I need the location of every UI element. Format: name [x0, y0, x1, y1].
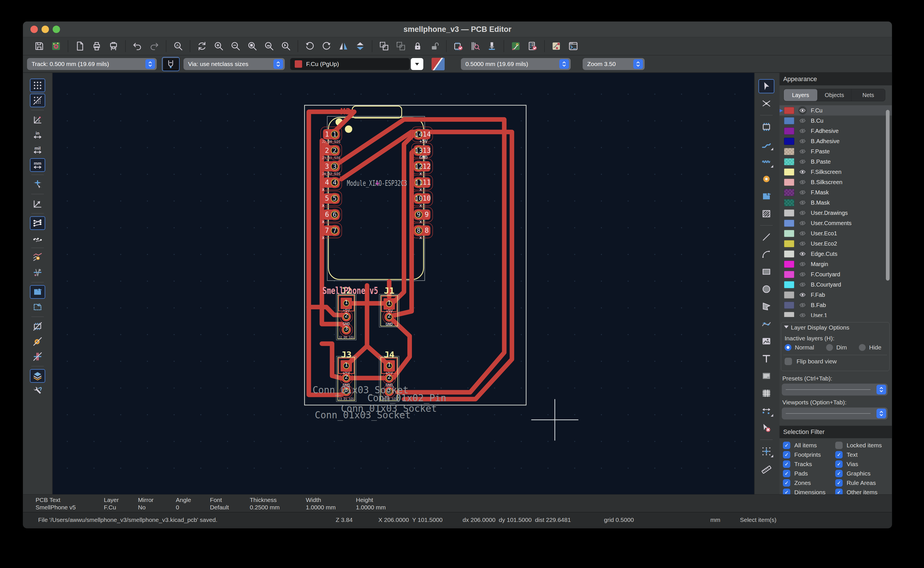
layer-row[interactable]: User.1 [779, 310, 892, 317]
checkbox-checked[interactable]: ✓ [835, 461, 843, 468]
checkbox-checked[interactable]: ✓ [783, 470, 790, 477]
layer-color-swatch[interactable] [784, 168, 794, 175]
inactive-footprints-icon[interactable] [30, 320, 45, 333]
zoom-out-icon[interactable] [228, 39, 243, 53]
hide-ratsnest-net-icon[interactable] [30, 266, 45, 279]
track-posture-button[interactable] [163, 57, 179, 71]
layer-color-swatch[interactable] [784, 312, 794, 317]
rotate-cw-icon[interactable] [319, 39, 334, 53]
layer-color-swatch[interactable] [784, 302, 794, 309]
via-size-select[interactable]: Via: use netclass sizes [184, 58, 285, 70]
layer-row[interactable]: F.Mask [779, 187, 892, 198]
filter-footprints[interactable]: ✓Footprints [783, 451, 835, 458]
eye-hidden-icon[interactable] [798, 260, 807, 268]
tab-nets[interactable]: Nets [852, 89, 885, 101]
rotate-ccw-icon[interactable] [302, 39, 318, 53]
tab-layers[interactable]: Layers [784, 89, 818, 101]
layer-color-swatch[interactable] [784, 127, 794, 134]
draw-arc-icon[interactable] [758, 247, 774, 261]
fabrication-3d-icon[interactable] [484, 39, 500, 53]
layer-row[interactable]: F.Fab [779, 290, 892, 300]
inactive-pads-icon[interactable] [30, 335, 45, 348]
undo-icon[interactable] [130, 39, 145, 53]
eye-visible-icon[interactable] [798, 290, 807, 299]
layer-row[interactable]: F.Silkscreen [779, 167, 892, 177]
layer-color-swatch[interactable] [784, 189, 794, 196]
eye-hidden-icon[interactable] [798, 301, 807, 309]
layer-row[interactable]: B.Adhesive [779, 136, 892, 146]
eye-hidden-icon[interactable] [798, 137, 807, 145]
units-mm-icon[interactable]: mm [30, 158, 45, 172]
layer-color-swatch[interactable] [784, 220, 794, 227]
zoom-fit-objects-icon[interactable] [261, 39, 277, 53]
layer-color-swatch[interactable] [784, 117, 794, 124]
eye-hidden-icon[interactable] [798, 219, 807, 227]
eye-hidden-icon[interactable] [798, 198, 807, 207]
pcb-canvas[interactable]: M3 11J2_D0_ [53, 73, 754, 494]
eye-hidden-icon[interactable] [798, 311, 807, 317]
eye-hidden-icon[interactable] [798, 208, 807, 217]
zoom-in-icon[interactable] [211, 39, 226, 53]
print-icon[interactable] [89, 39, 104, 53]
layer-row[interactable]: User.Eco1 [779, 228, 892, 239]
place-textbox-icon[interactable] [758, 369, 774, 383]
layer-color-swatch[interactable] [784, 251, 794, 258]
checkbox-checked[interactable]: ✓ [783, 451, 790, 458]
units-inches-icon[interactable]: in [30, 128, 45, 142]
draw-circle-icon[interactable] [758, 282, 774, 296]
plot-icon[interactable] [106, 39, 121, 53]
layer-color-swatch[interactable] [784, 230, 794, 237]
layer-row[interactable]: Margin [779, 259, 892, 269]
show-ratsnest-icon[interactable] [30, 216, 45, 230]
grid-visibility-icon[interactable] [30, 79, 45, 92]
flip-vertical-icon[interactable] [353, 39, 368, 53]
eye-hidden-icon[interactable] [798, 157, 807, 166]
group-icon[interactable] [376, 39, 392, 53]
layer-row[interactable]: F.Adhesive [779, 126, 892, 136]
filter-pads[interactable]: ✓Pads [783, 470, 835, 477]
unlock-icon[interactable] [427, 39, 442, 53]
layer-color-swatch[interactable] [784, 271, 794, 278]
layer-color-swatch[interactable] [784, 292, 794, 299]
layer-row[interactable]: User.Drawings [779, 208, 892, 218]
layer-row[interactable]: User.Eco2 [779, 239, 892, 249]
eye-hidden-icon[interactable] [798, 127, 807, 135]
layer-color-swatch[interactable] [784, 148, 794, 155]
checkbox-unchecked[interactable] [835, 442, 843, 449]
zoom-selection-icon[interactable] [278, 39, 294, 53]
layer-row[interactable]: User.Comments [779, 218, 892, 228]
filter-vias[interactable]: ✓Vias [835, 461, 888, 468]
radio-hide[interactable]: Hide [859, 344, 881, 351]
place-image-icon[interactable] [758, 334, 774, 348]
eye-visible-icon[interactable] [798, 168, 807, 176]
dimension-icon[interactable] [758, 403, 774, 418]
checkbox-checked[interactable]: ✓ [835, 470, 843, 477]
layer-row[interactable]: B.Cu [779, 116, 892, 126]
footprint-editor-icon[interactable] [508, 39, 523, 53]
place-table-icon[interactable] [758, 386, 774, 400]
layer-color-swatch[interactable] [784, 179, 794, 186]
eye-hidden-icon[interactable] [798, 188, 807, 196]
radio-dim[interactable]: Dim [826, 344, 847, 351]
eye-visible-icon[interactable] [798, 249, 807, 258]
cursor-shape-icon[interactable] [30, 178, 45, 191]
place-text-icon[interactable] [758, 352, 774, 366]
layer-color-swatch[interactable] [784, 210, 794, 216]
grid-origin-icon[interactable] [758, 444, 774, 458]
layer-color-swatch[interactable] [784, 199, 794, 206]
layer-color-swatch[interactable] [784, 261, 794, 268]
refresh-view-icon[interactable] [194, 39, 210, 53]
eye-hidden-icon[interactable] [798, 178, 807, 186]
place-via-icon[interactable] [758, 172, 774, 186]
lock-icon[interactable] [410, 39, 425, 53]
local-ratsnest-icon[interactable] [758, 97, 774, 111]
status-units[interactable]: mm [710, 517, 720, 523]
eye-hidden-icon[interactable] [798, 229, 807, 238]
eye-hidden-icon[interactable] [798, 270, 807, 279]
units-mils-icon[interactable]: mil [30, 143, 45, 157]
layer-row[interactable]: B.Paste [779, 157, 892, 167]
select-tool-icon[interactable] [758, 79, 774, 93]
draw-polygon-icon[interactable] [758, 299, 774, 314]
layer-row[interactable]: B.Courtyard [779, 279, 892, 290]
draw-rectangle-icon[interactable] [758, 264, 774, 279]
